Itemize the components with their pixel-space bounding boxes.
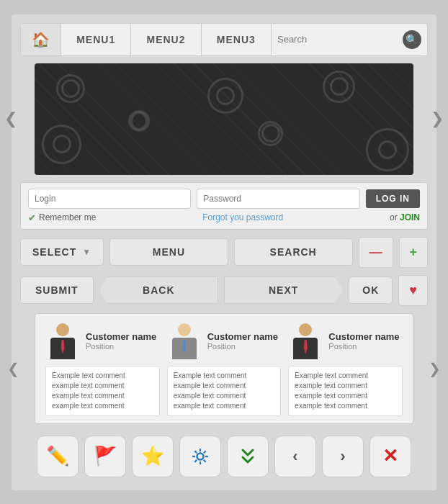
close-icon-button[interactable]: ✕: [369, 436, 411, 477]
avatar: [288, 321, 323, 361]
buttons-row-2: SUBMIT BACK NEXT OK ♥: [20, 275, 428, 306]
buttons-row-1: SELECT ▼ MENU SEARCH — +: [20, 237, 428, 268]
heart-button[interactable]: ♥: [398, 275, 428, 306]
back-button[interactable]: BACK: [99, 276, 218, 304]
customer-position: Position: [328, 342, 403, 351]
testimonials-prev-button[interactable]: ❮: [7, 360, 19, 377]
testimonials-next-button[interactable]: ❯: [429, 360, 441, 377]
icon-bar: ✏️ 🚩 ⭐ ‹ › ✕: [20, 431, 428, 482]
double-chevron-down-icon-button[interactable]: [227, 436, 269, 477]
testimonial-info: Customer name Position: [328, 331, 403, 351]
testimonial-card: Customer name Position Example text comm…: [45, 321, 160, 416]
customer-position: Position: [207, 342, 282, 351]
submit-button[interactable]: SUBMIT: [20, 276, 94, 304]
check-icon: ✔: [28, 212, 36, 223]
testimonial-text: Example text comment example text commen…: [167, 366, 282, 416]
testimonial-info: Customer name Position: [207, 331, 282, 351]
svg-point-0: [197, 453, 204, 459]
forgot-password-link[interactable]: Forgot you password: [202, 212, 283, 222]
svg-line-5: [194, 451, 197, 453]
testimonial-header: Customer name Position: [288, 321, 403, 361]
login-section: LOG IN ✔ Remember me Forgot you password…: [20, 182, 428, 230]
avatar: [167, 321, 202, 361]
testimonials: Customer name Position Example text comm…: [35, 313, 413, 424]
login-input[interactable]: [28, 189, 191, 209]
remember-me-wrapper: ✔ Remember me: [28, 212, 96, 223]
slider-prev-button[interactable]: ❮: [4, 109, 17, 128]
ok-button[interactable]: OK: [349, 276, 393, 304]
svg-line-8: [194, 459, 197, 462]
password-input[interactable]: [197, 189, 359, 209]
main-container: 🏠 MENU1 MENU2 MENU3 🔍 ❮ ❯: [12, 14, 436, 490]
chevron-right-icon-button[interactable]: ›: [322, 436, 364, 477]
login-row: LOG IN: [28, 189, 420, 209]
avatar: [45, 321, 80, 361]
testimonials-section: ❮ Customer name Position: [20, 313, 428, 424]
testimonial-header: Customer name Position: [167, 321, 282, 361]
nav-search-wrapper: 🔍: [272, 30, 427, 49]
flag-icon-button[interactable]: 🚩: [84, 436, 126, 477]
gear-icon-button[interactable]: [179, 436, 221, 477]
join-link[interactable]: JOIN: [400, 212, 420, 222]
slider-next-button[interactable]: ❯: [431, 109, 444, 128]
login-sub-row: ✔ Remember me Forgot you password or JOI…: [28, 212, 420, 223]
star-icon-button[interactable]: ⭐: [132, 436, 174, 477]
nav-menu3[interactable]: MENU3: [202, 24, 272, 55]
nav-menu2[interactable]: MENU2: [131, 24, 201, 55]
testimonial-card: Customer name Position Example text comm…: [167, 321, 282, 416]
testimonial-header: Customer name Position: [45, 321, 160, 361]
svg-line-7: [204, 451, 206, 453]
pencil-icon-button[interactable]: ✏️: [37, 436, 79, 477]
nav-bar: 🏠 MENU1 MENU2 MENU3 🔍: [20, 23, 428, 56]
minus-button[interactable]: —: [359, 237, 393, 268]
login-button[interactable]: LOG IN: [366, 189, 420, 208]
customer-name: Customer name: [86, 331, 160, 342]
remember-me-label: Remember me: [39, 212, 96, 222]
customer-position: Position: [86, 342, 160, 351]
nav-menu1[interactable]: MENU1: [61, 24, 131, 55]
slider-section: ❮ ❯: [20, 63, 428, 175]
customer-name: Customer name: [328, 331, 403, 342]
home-button[interactable]: 🏠: [21, 24, 61, 55]
slider: [35, 63, 413, 175]
select-button[interactable]: SELECT ▼: [20, 238, 104, 266]
or-join-text: or JOIN: [390, 212, 420, 222]
customer-name: Customer name: [207, 331, 282, 342]
search-input[interactable]: [277, 34, 398, 45]
chevron-left-icon-button[interactable]: ‹: [274, 436, 316, 477]
plus-button[interactable]: +: [399, 237, 429, 268]
testimonial-info: Customer name Position: [86, 331, 160, 351]
testimonial-text: Example text comment example text commen…: [45, 366, 160, 416]
search-button[interactable]: SEARCH: [234, 238, 353, 266]
svg-line-6: [204, 459, 206, 462]
menu-button[interactable]: MENU: [109, 238, 228, 266]
chevron-down-icon: ▼: [82, 247, 91, 257]
search-icon[interactable]: 🔍: [403, 30, 421, 49]
next-button[interactable]: NEXT: [224, 276, 343, 304]
testimonials-inner: Customer name Position Example text comm…: [45, 321, 403, 416]
testimonial-card: Customer name Position Example text comm…: [288, 321, 403, 416]
testimonial-text: Example text comment example text commen…: [288, 366, 403, 416]
